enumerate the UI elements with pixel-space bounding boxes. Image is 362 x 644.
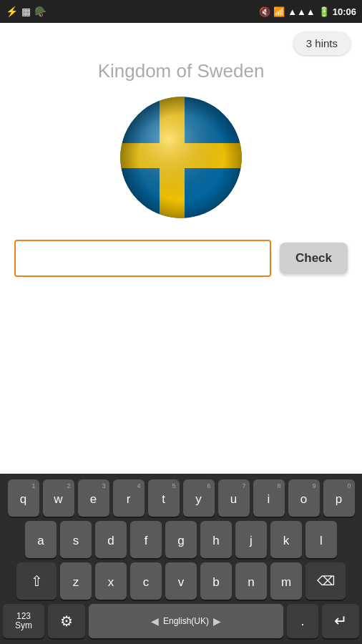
- key-g[interactable]: g: [165, 521, 197, 558]
- key-period[interactable]: .: [287, 604, 318, 638]
- status-bar: ⚡ ▦ 🪖 🔇 📶 ▲▲▲ 🔋 10:06: [0, 0, 362, 23]
- battery-icon: 🔋: [318, 6, 330, 17]
- helmet-icon: 🪖: [34, 6, 47, 17]
- key-shift[interactable]: ⇧: [16, 562, 57, 600]
- key-v[interactable]: v: [165, 562, 197, 600]
- key-enter[interactable]: ↵: [322, 604, 359, 638]
- key-r[interactable]: 4r: [113, 479, 145, 517]
- key-m[interactable]: m: [270, 562, 302, 600]
- wifi-icon: 📶: [273, 6, 285, 17]
- hints-button[interactable]: 3 hints: [293, 31, 351, 55]
- key-p[interactable]: 0p: [323, 479, 355, 517]
- answer-input[interactable]: [14, 240, 271, 277]
- key-y[interactable]: 6y: [183, 479, 215, 517]
- key-h[interactable]: h: [200, 521, 232, 558]
- key-t[interactable]: 5t: [148, 479, 180, 517]
- key-q[interactable]: 1q: [8, 479, 39, 517]
- main-content: 3 hints Kingdom of Sweden: [0, 23, 362, 303]
- keyboard-row-3: ⇧ z x c v b n m ⌫: [3, 562, 359, 600]
- key-n[interactable]: n: [235, 562, 267, 600]
- key-j[interactable]: j: [235, 521, 267, 558]
- language-label: English(UK): [163, 616, 209, 626]
- check-button[interactable]: Check: [280, 243, 348, 274]
- key-u[interactable]: 7u: [218, 479, 250, 517]
- usb-icon: ⚡: [6, 6, 18, 17]
- svg-point-5: [120, 97, 242, 218]
- key-backspace[interactable]: ⌫: [305, 562, 346, 600]
- key-s[interactable]: s: [60, 521, 92, 558]
- enter-icon: ↵: [334, 612, 347, 630]
- keyboard-bottom-row: 123 Sym ⚙ ◀ English(UK) ▶ . ↵: [3, 604, 359, 638]
- key-b[interactable]: b: [200, 562, 232, 600]
- key-k[interactable]: k: [270, 521, 302, 558]
- key-language[interactable]: ◀ English(UK) ▶: [89, 604, 283, 638]
- status-bar-icons: ⚡ ▦ 🪖: [6, 6, 47, 17]
- key-i[interactable]: 8i: [253, 479, 285, 517]
- key-l[interactable]: l: [305, 521, 337, 558]
- status-bar-right: 🔇 📶 ▲▲▲ 🔋 10:06: [259, 6, 356, 17]
- flag-display: [120, 97, 242, 218]
- key-123sym[interactable]: 123 Sym: [3, 604, 44, 638]
- settings-icon: ⚙: [60, 613, 73, 630]
- key-e[interactable]: 3e: [78, 479, 109, 517]
- lang-arrow-left: ◀: [151, 615, 159, 627]
- key-settings[interactable]: ⚙: [48, 604, 85, 638]
- time-display: 10:06: [333, 6, 356, 17]
- keyboard: 1q 2w 3e 4r 5t 6y 7u 8i 9o 0p a s d f g …: [0, 474, 362, 644]
- key-c[interactable]: c: [130, 562, 162, 600]
- spacer: [0, 303, 362, 474]
- signal-icon: ▲▲▲: [288, 6, 315, 17]
- country-title: Kingdom of Sweden: [98, 60, 265, 82]
- key-d[interactable]: d: [95, 521, 127, 558]
- mute-icon: 🔇: [259, 6, 270, 17]
- input-row: Check: [14, 240, 348, 277]
- key-o[interactable]: 9o: [288, 479, 320, 517]
- key-a[interactable]: a: [25, 521, 57, 558]
- key-f[interactable]: f: [130, 521, 162, 558]
- key-x[interactable]: x: [95, 562, 127, 600]
- key-z[interactable]: z: [60, 562, 92, 600]
- keyboard-row-2: a s d f g h j k l: [3, 521, 359, 558]
- lang-arrow-right: ▶: [213, 615, 221, 627]
- key-w[interactable]: 2w: [43, 479, 74, 517]
- keyboard-row-1: 1q 2w 3e 4r 5t 6y 7u 8i 9o 0p: [3, 479, 359, 517]
- sim-icon: ▦: [21, 6, 31, 17]
